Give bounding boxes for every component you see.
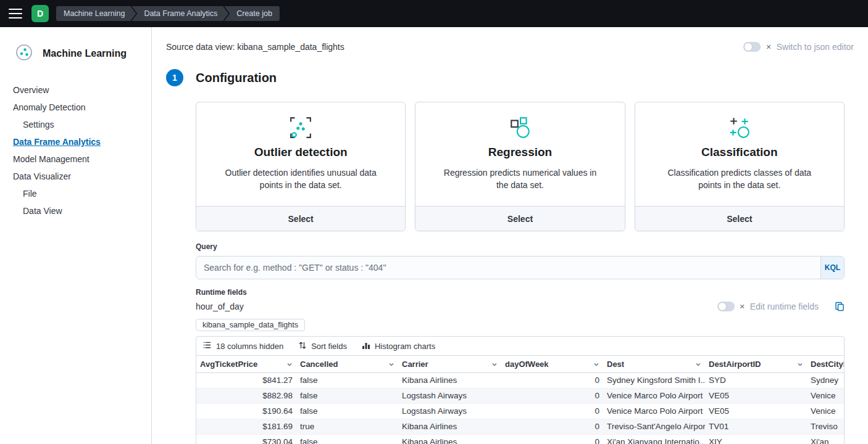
query-input[interactable] (196, 257, 820, 279)
table-cell[interactable]: TV01 (705, 419, 807, 434)
sidebar-item-label: File (23, 189, 37, 199)
outlier-detection-icon (220, 116, 382, 141)
copy-icon[interactable] (835, 302, 845, 311)
card-description: Regression predicts numerical values in … (439, 166, 601, 191)
chevron-down-icon[interactable] (491, 361, 498, 368)
query-box: KQL (196, 256, 845, 279)
breadcrumb-item[interactable]: Data Frame Analytics (131, 6, 228, 21)
table-cell[interactable]: $841.27 (196, 373, 296, 388)
table-cell[interactable]: true (296, 419, 398, 434)
table-row: $882.98falseLogstash Airways0Venice Marc… (196, 388, 845, 404)
card-regression-body: Regression Regression predicts numerical… (415, 102, 624, 206)
kql-button[interactable]: KQL (820, 257, 844, 279)
table-cell[interactable]: false (296, 388, 398, 403)
table-cell[interactable]: XIY (705, 435, 807, 444)
data-grid: 18 columns hidden Sort fields (196, 336, 845, 444)
table-cell[interactable]: false (296, 404, 398, 419)
column-header-avgticketprice[interactable]: AvgTicketPrice (196, 356, 296, 372)
space-avatar[interactable]: D (31, 5, 49, 22)
table-cell[interactable]: 0 (501, 435, 603, 444)
sidebar-item[interactable]: Data Frame Analytics (13, 133, 141, 150)
sort-fields-button[interactable]: Sort fields (298, 341, 347, 352)
select-outlier-detection-button[interactable]: Select (196, 206, 405, 231)
column-header-cancelled[interactable]: Cancelled (296, 356, 398, 372)
edit-runtime-group: ✕ Edit runtime fields (717, 302, 845, 311)
table-cell[interactable]: Logstash Airways (398, 388, 501, 403)
table-cell[interactable]: $181.69 (196, 419, 296, 434)
table-cell[interactable]: 0 (501, 404, 603, 419)
table-cell[interactable]: $730.04 (196, 435, 296, 444)
table-row: $730.04falseKibana Airlines0Xi'an Xianya… (196, 435, 845, 444)
json-editor-label: Switch to json editor (777, 42, 854, 52)
table-cell[interactable]: VE05 (705, 388, 807, 403)
card-classification-body: Classification Classification predicts c… (635, 102, 844, 206)
sidebar-item[interactable]: Data View (13, 202, 141, 220)
sidebar-title: Machine Learning (43, 48, 127, 59)
table-cell[interactable]: $190.64 (196, 404, 296, 419)
table-cell[interactable]: Venice Marco Polo Airport (603, 388, 705, 403)
card-description: Classification predicts classes of data … (659, 166, 820, 191)
ml-logo-icon (15, 43, 33, 64)
column-header-dayofweek[interactable]: dayOfWeek (501, 356, 603, 372)
table-cell[interactable]: Xi'an Xianyang Internatio... (603, 435, 705, 444)
sidebar-nav: OverviewAnomaly DetectionSettingsData Fr… (13, 81, 141, 220)
table-cell[interactable]: Xi'an (807, 435, 845, 444)
data-view-badge: kibana_sample_data_flights (196, 319, 305, 331)
chevron-down-icon[interactable] (388, 361, 394, 368)
card-title: Classification (659, 146, 820, 159)
table-cell[interactable]: Kibana Airlines (398, 419, 501, 434)
grid-header-row: AvgTicketPriceCancelledCarrierdayOfWeekD… (196, 355, 845, 373)
sidebar-item[interactable]: File (13, 185, 141, 202)
table-cell[interactable]: Logstash Airways (398, 404, 501, 419)
table-cell[interactable]: 0 (501, 388, 603, 403)
card-regression: Regression Regression predicts numerical… (415, 102, 625, 231)
edit-runtime-toggle[interactable] (717, 302, 735, 311)
table-cell[interactable]: false (296, 373, 398, 388)
table-cell[interactable]: Venice (807, 388, 845, 403)
regression-icon (439, 116, 601, 141)
table-cell[interactable]: 0 (501, 419, 603, 434)
runtime-field-value: hour_of_day (196, 302, 244, 311)
table-cell[interactable]: Venice (807, 404, 845, 419)
main-content: Source data view: kibana_sample_data_fli… (152, 27, 868, 444)
table-cell[interactable]: Kibana Airlines (398, 435, 501, 444)
chevron-down-icon[interactable] (797, 361, 803, 368)
sidebar-item[interactable]: Model Management (13, 150, 141, 168)
table-cell[interactable]: VE05 (705, 404, 807, 419)
chevron-down-icon[interactable] (286, 361, 293, 368)
columns-hidden-icon (202, 340, 212, 352)
switch-knob (718, 302, 727, 311)
select-classification-button[interactable]: Select (635, 206, 844, 231)
table-cell[interactable]: Venice Marco Polo Airport (603, 404, 705, 419)
table-cell[interactable]: Treviso-Sant'Angelo Airport (603, 419, 705, 434)
sidebar-item[interactable]: Anomaly Detection (13, 99, 141, 116)
sort-icon (298, 341, 307, 352)
table-cell[interactable]: 0 (501, 373, 603, 388)
card-description: Outlier detection identifies unusual dat… (220, 166, 382, 191)
sidebar-item[interactable]: Settings (13, 116, 141, 133)
columns-hidden-button[interactable]: 18 columns hidden (202, 340, 283, 352)
table-cell[interactable]: Kibana Airlines (398, 373, 501, 388)
breadcrumb-item[interactable]: Create job (224, 6, 280, 21)
column-header-dest[interactable]: Dest (603, 356, 705, 372)
histogram-charts-button[interactable]: Histogram charts (362, 341, 435, 352)
table-cell[interactable]: Sydney (807, 373, 845, 388)
column-header-destairportid[interactable]: DestAirportID (705, 356, 807, 372)
table-cell[interactable]: false (296, 435, 398, 444)
chevron-down-icon[interactable] (593, 361, 599, 368)
sidebar-header: Machine Learning (13, 43, 141, 64)
sidebar-item[interactable]: Data Visualizer (13, 168, 141, 185)
json-editor-toggle[interactable] (743, 42, 761, 52)
column-header-carrier[interactable]: Carrier (398, 356, 501, 372)
table-cell[interactable]: SYD (705, 373, 807, 388)
chevron-down-icon[interactable] (695, 361, 701, 368)
menu-icon[interactable] (9, 9, 22, 18)
breadcrumb-item[interactable]: Machine Learning (56, 6, 136, 21)
table-cell[interactable]: Sydney Kingsford Smith I... (603, 373, 705, 388)
table-cell[interactable]: Treviso (807, 419, 845, 434)
column-header-destcityname[interactable]: DestCityName (807, 356, 845, 372)
select-regression-button[interactable]: Select (415, 206, 624, 231)
sidebar-item[interactable]: Overview (13, 81, 141, 99)
table-cell[interactable]: $882.98 (196, 388, 296, 403)
card-outlier-detection: Outlier detection Outlier detection iden… (196, 102, 406, 231)
